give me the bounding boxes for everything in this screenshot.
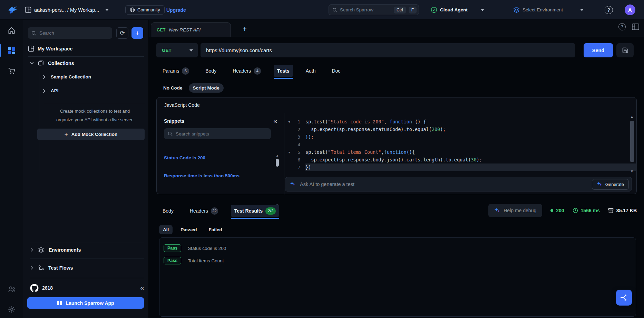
code-text [305,141,637,148]
workspace-header[interactable]: My Workspace [28,43,72,54]
collections-section-header[interactable]: Collections [30,60,74,66]
plus-icon: + [135,29,139,37]
code-line-5[interactable]: ▾5sp.test("Total items Count",function()… [284,148,637,156]
url-input[interactable] [201,43,575,57]
help-me-debug-button[interactable]: ✦✦ Help me debug [488,204,542,217]
script-mode-button[interactable]: Script Mode [189,83,224,93]
response-tab-body[interactable]: Body [159,205,177,217]
scroll-down-icon[interactable]: ▼ [630,169,634,173]
response-tab-headers[interactable]: Headers22 [186,205,222,217]
layout-panel-icon[interactable] [632,24,639,30]
code-editor[interactable]: ▾1sp.test("Status code is 200", function… [284,113,637,176]
global-search[interactable]: Ctrl F [329,4,419,15]
upgrade-link[interactable]: Upgrade [166,0,186,20]
request-tab-body[interactable]: Body [202,65,220,77]
scroll-up-icon[interactable]: ▲ [276,154,279,157]
test-flows-section[interactable]: Test Flows [30,262,73,273]
status-dot-icon [550,209,553,212]
settings-nav-button[interactable] [0,305,23,314]
environments-section[interactable]: Environments [30,244,81,255]
request-tab-tests[interactable]: Tests [274,65,293,77]
sidebar-search[interactable] [28,27,112,39]
send-button[interactable]: Send [584,43,613,57]
scrollbar-thumb[interactable] [276,159,279,167]
generate-button[interactable]: ✦✦ Generate [592,179,629,190]
code-line-3[interactable]: 3}); [284,133,637,141]
request-tab-headers[interactable]: Headers4 [229,65,264,77]
github-stars[interactable]: 2618 « [30,282,144,293]
new-tab-button[interactable]: + [240,24,250,34]
tab-label: Test Results [234,208,263,214]
collection-item-api[interactable]: API [42,88,59,93]
request-tab[interactable]: GET New REST API [151,22,231,37]
filter-passed[interactable]: Passed [177,225,201,234]
fold-caret-icon[interactable]: ▾ [286,120,292,124]
ai-prompt-input[interactable] [300,181,588,187]
request-tab-auth[interactable]: Auth [302,65,319,77]
snippet-response-time-is-less-than-500ms[interactable]: Response time is less than 500ms [164,171,271,180]
globe-icon [130,7,135,12]
line-number: 6 [292,157,300,162]
no-code-mode-button[interactable]: No Code [159,83,187,93]
filter-failed[interactable]: Failed [205,225,226,234]
fold-caret-icon[interactable]: ▾ [286,150,292,154]
help-icon[interactable]: ? [618,23,626,30]
test-result-row[interactable]: PassStatus code is 200 [159,242,636,254]
filter-all[interactable]: All [159,225,173,234]
code-line-1[interactable]: ▾1sp.test("Status code is 200", function… [284,118,637,125]
snippet-search-input[interactable] [176,131,267,137]
question-icon: ? [605,6,613,14]
test-result-row[interactable]: PassTotal items Count [159,254,636,267]
members-nav-button[interactable] [0,285,23,293]
marketplace-nav-button[interactable] [0,67,23,75]
environment-selector[interactable]: Select Environment [513,0,584,20]
sidebar-search-input[interactable] [39,30,109,36]
new-item-button[interactable]: + [131,27,143,39]
agent-label: Cloud Agent [440,7,468,12]
method-select[interactable]: GET [156,43,198,57]
launch-sparrow-app-button[interactable]: Launch Sparrow App [27,297,144,309]
scroll-up-icon[interactable]: ▲ [630,115,634,119]
scrollbar-thumb[interactable] [630,121,634,162]
workspace-switcher[interactable]: aakash-pers... / My Worksp... [25,0,109,20]
windows-icon [57,300,62,306]
save-request-button[interactable] [616,43,634,57]
code-text: sp.test("Total items Count",function(){ [305,148,637,156]
quick-flow-button[interactable] [616,290,632,306]
collapse-snippets-icon[interactable]: « [273,117,277,125]
request-tab-doc[interactable]: Doc [328,65,344,77]
help-button[interactable]: ? [605,0,613,20]
global-search-input[interactable] [340,7,391,12]
collapse-sidebar-icon[interactable]: « [140,284,144,292]
tab-count-badge: 2/2 [265,207,276,215]
code-line-2[interactable]: 2 sp.expect(sp.response.statusCode).to.e… [284,125,637,133]
snippet-list: Status Code is 200Response time is less … [164,153,271,189]
community-button[interactable]: Community [125,0,165,20]
refresh-button[interactable]: ⟳ [116,27,128,39]
code-text: sp.expect(sp.response.statusCode).to.equ… [305,125,637,133]
snippet-status-code-is-200[interactable]: Status Code is 200 [164,153,271,162]
result-filters: AllPassedFailed [159,225,226,234]
code-line-4[interactable]: 4 [284,141,637,148]
user-avatar[interactable]: A [625,0,635,20]
agent-selector[interactable]: Cloud Agent [431,0,484,20]
collections-label: Collections [48,60,74,66]
code-line-6[interactable]: 6 sp.expect(sp.response.body.json().cart… [284,156,637,163]
chevron-right-icon [42,89,46,93]
main-content: GET New REST API + ? GET Send Params5Bod… [149,20,644,318]
snippets-scrollbar[interactable]: ▲ ▼ [276,154,279,207]
home-nav-button[interactable] [0,27,23,35]
request-tab-params[interactable]: Params5 [159,65,193,77]
pass-badge: Pass [164,244,181,252]
status-code: 200 [556,208,564,213]
collection-item-label: API [51,88,59,93]
ai-prompt-bar[interactable]: ✦✦ ✦✦ Generate [285,177,632,191]
add-mock-collection-button[interactable]: + Add Mock Collection [37,129,145,140]
divider [44,104,145,104]
code-line-7[interactable]: 7}) [284,163,637,171]
snippet-search[interactable] [164,128,271,139]
collections-nav-button[interactable] [0,46,23,55]
editor-scrollbar[interactable]: ▲ ▼ [630,115,634,177]
collection-item-sample[interactable]: Sample Collection [42,74,91,80]
response-tab-test-results[interactable]: Test Results2/2 [231,205,279,217]
